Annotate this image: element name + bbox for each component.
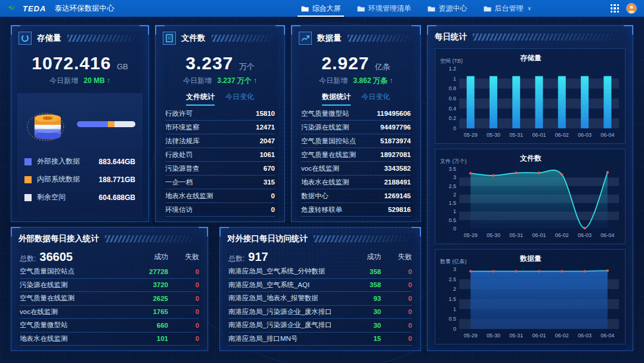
- row-value: 119495606: [377, 110, 411, 117]
- dashboard: 存储量 1072.416 GB 今日新增 20 MB ↑: [0, 17, 644, 363]
- tab[interactable]: 今日变化: [225, 92, 254, 106]
- daily-storage-chart: 存储量空间 (TB)00.20.40.60.811.205-2905-3005-…: [435, 48, 626, 144]
- svg-text:06-02: 06-02: [555, 333, 569, 339]
- fail-value: 0: [381, 322, 412, 329]
- svg-text:3.5: 3.5: [448, 166, 456, 172]
- daily-panel-title: 每日统计: [435, 32, 467, 42]
- storage-value: 1072.416: [32, 53, 111, 73]
- legend-item: 内部系统数据188.771GB: [24, 174, 135, 184]
- row-label: 法律法规库: [165, 137, 200, 146]
- header-hatch-decoration: [473, 33, 626, 41]
- row-value: 18927081: [380, 151, 411, 158]
- table-row: 环境信访0: [165, 203, 275, 217]
- header-hatch-decoration: [105, 235, 200, 242]
- header-hatch-decoration: [348, 35, 414, 42]
- success-column-header: 成功: [343, 252, 381, 262]
- folder-icon: [428, 5, 435, 12]
- nav-item[interactable]: 资源中心: [419, 0, 475, 17]
- svg-text:0.4: 0.4: [448, 106, 456, 112]
- files-card: 文件数 3.237 万个 今日新增 3.237 万个 ↑ 文件统计今日变化 行政…: [155, 25, 285, 222]
- tab[interactable]: 今日变化: [361, 92, 390, 106]
- table-row: 空气质量国控站点277280: [20, 265, 199, 279]
- row-value: 2047: [259, 137, 275, 144]
- files-tabs: 文件统计今日变化: [156, 92, 284, 106]
- table-row: 市环境监察12471: [165, 121, 275, 134]
- storage-cylinder-graphic: [24, 103, 71, 146]
- row-label: 空气质量在线监测: [301, 150, 356, 159]
- storage-legend: 外部接入数据883.644GB内部系统数据188.771GB剩余空间604.68…: [24, 156, 135, 202]
- row-label: 空气质量微型站: [301, 109, 349, 118]
- daily-stats-panel: 每日统计 存储量空间 (TB)00.20.40.60.811.205-2905-…: [427, 25, 633, 351]
- svg-text:05-30: 05-30: [487, 333, 500, 339]
- nav-item[interactable]: 综合大屏: [293, 0, 349, 17]
- legend-label: 剩余空间: [37, 192, 99, 202]
- row-value: 0: [271, 206, 275, 213]
- svg-text:05-29: 05-29: [464, 232, 478, 238]
- usage-bar-segment: [114, 121, 135, 127]
- table-row: 空气质量国控站点51873974: [301, 134, 411, 148]
- svg-text:1.5: 1.5: [448, 296, 456, 302]
- tab[interactable]: 数据统计: [322, 92, 351, 106]
- svg-text:1: 1: [453, 208, 456, 214]
- usage-bar-segment: [108, 121, 114, 127]
- row-value: 51873974: [380, 137, 411, 144]
- svg-text:3: 3: [453, 174, 456, 180]
- nav-item[interactable]: 环境管理清单: [349, 0, 419, 17]
- logo-text: TEDA: [23, 4, 46, 13]
- row-label: 南港应急局_污染源企业_废水排口: [228, 307, 343, 316]
- success-value: 358: [343, 268, 381, 275]
- row-label: 南港应急局_空气系统_分钟数据: [228, 267, 343, 276]
- legend-swatch: [24, 158, 32, 165]
- success-value: 358: [343, 281, 381, 288]
- files-card-header: 文件数: [156, 26, 284, 48]
- svg-text:06-01: 06-01: [532, 132, 546, 138]
- external-access-title: 外部数据每日接入统计: [18, 233, 99, 244]
- folder-icon: [484, 5, 491, 12]
- row-label: 行政处罚: [165, 150, 193, 159]
- legend-value: 883.644GB: [99, 158, 135, 166]
- row-value: 15810: [256, 110, 275, 117]
- chart-svg: 数据量数量 (亿条)00.511.522.5305-2905-3005-3106…: [436, 251, 625, 342]
- fail-column-header: 失败: [381, 252, 412, 262]
- legend-item: 外部接入数据883.644GB: [24, 156, 135, 167]
- table-row: 地表水在线监测2188491: [301, 176, 411, 189]
- table-row: 行政处罚1061: [165, 148, 275, 162]
- row-value: 670: [264, 165, 275, 172]
- svg-text:0.5: 0.5: [448, 217, 456, 223]
- row-value: 529816: [388, 206, 411, 213]
- table-row: 地表水在线监测1010: [20, 333, 199, 346]
- svg-text:1.2: 1.2: [448, 66, 456, 72]
- storage-breakdown-panel: 外部接入数据883.644GB内部系统数据188.771GB剩余空间604.68…: [17, 93, 143, 220]
- table-row: 污染源在线监测94497796: [301, 121, 411, 134]
- row-value: 94497796: [380, 124, 411, 131]
- fail-value: 0: [381, 295, 412, 302]
- row-label: 市环境监察: [165, 123, 200, 132]
- svg-text:05-31: 05-31: [509, 232, 523, 238]
- chart-trend-icon: [299, 32, 312, 45]
- table-row: 南港应急局_地表水_报警数据930: [228, 292, 412, 306]
- svg-text:1: 1: [453, 76, 456, 82]
- apps-grid-icon[interactable]: [611, 4, 619, 13]
- tab[interactable]: 文件统计: [186, 92, 215, 106]
- success-value: 27728: [130, 268, 168, 275]
- data-stat-table: 空气质量微型站119495606污染源在线监测94497796空气质量国控站点5…: [301, 107, 411, 217]
- files-unit: 万个: [239, 62, 255, 71]
- nav-item[interactable]: 后台管理∨: [475, 0, 540, 17]
- row-label: voc在线监测: [301, 164, 339, 173]
- table-row: 空气质量在线监测26250: [20, 292, 199, 306]
- svg-text:2.5: 2.5: [448, 183, 456, 189]
- external-total-label: 总数:: [20, 254, 36, 264]
- header-hatch-decoration: [67, 35, 142, 42]
- row-label: 南港应急局_地表水_报警数据: [228, 294, 343, 303]
- nav-item-label: 资源中心: [438, 4, 467, 14]
- user-avatar[interactable]: [626, 3, 637, 14]
- api-total-value: 917: [248, 250, 268, 264]
- fail-value: 0: [168, 281, 199, 288]
- folder-icon: [357, 5, 365, 12]
- svg-text:06-02: 06-02: [555, 132, 569, 138]
- svg-text:2.5: 2.5: [448, 276, 456, 282]
- row-label: 污染源在线监测: [20, 281, 130, 290]
- fail-value: 0: [168, 308, 199, 315]
- table-row: 一企一档315: [165, 176, 275, 189]
- svg-text:3: 3: [453, 266, 456, 272]
